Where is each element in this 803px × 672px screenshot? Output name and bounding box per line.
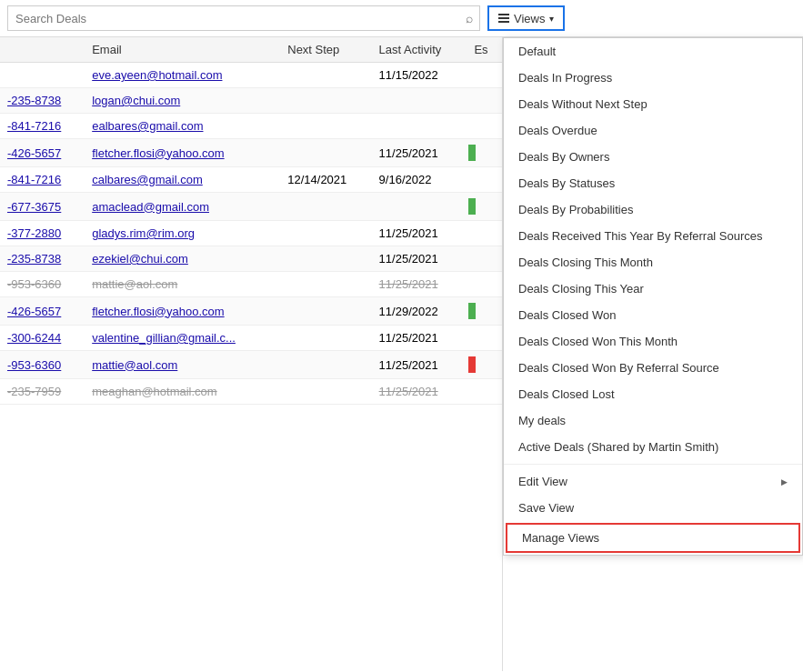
cell-email[interactable]: fletcher.flosi@yahoo.com <box>85 297 280 326</box>
lines-icon <box>498 14 509 23</box>
dropdown-item-label: Deals Closing This Year <box>518 282 644 296</box>
dropdown-item-label: Deals By Probabilities <box>518 203 633 216</box>
cell-email: mattie@aol.com <box>85 272 280 297</box>
dropdown-item-label: Deals In Progress <box>518 71 612 85</box>
table-row: -235-8738logan@chui.com <box>0 88 502 114</box>
cell-phone[interactable]: -953-6360 <box>0 351 85 379</box>
dropdown-item[interactable]: Deals Closed Lost <box>504 381 802 407</box>
cell-last-activity: 11/25/2021 <box>372 139 467 167</box>
dropdown-item[interactable]: Save View <box>504 495 802 521</box>
table-row: -377-2880gladys.rim@rim.org11/25/2021 <box>0 221 502 246</box>
views-button-label: Views <box>514 12 545 25</box>
cell-bar <box>467 351 502 379</box>
dropdown-item[interactable]: Active Deals (Shared by Martin Smith) <box>504 434 802 460</box>
cell-email[interactable]: gladys.rim@rim.org <box>85 221 280 246</box>
col-es: Es <box>467 37 502 63</box>
cell-bar <box>467 221 502 246</box>
cell-phone[interactable]: -235-8738 <box>0 88 85 114</box>
dropdown-item[interactable]: Deals Closed Won By Referral Source <box>504 355 802 381</box>
dropdown-item-label: Deals Closed Won <box>518 308 616 322</box>
cell-last-activity: 11/29/2022 <box>372 297 467 326</box>
cell-last-activity <box>372 114 467 139</box>
col-email: Email <box>85 37 280 63</box>
dropdown-item[interactable]: Deals Without Next Step <box>504 91 802 117</box>
dropdown-item[interactable]: Deals By Probabilities <box>504 196 802 223</box>
cell-phone[interactable]: -841-7216 <box>0 114 85 139</box>
table-row: -953-6360mattie@aol.com11/25/2021 <box>0 272 502 297</box>
cell-next-step <box>280 88 371 114</box>
cell-phone: -953-6360 <box>0 272 85 297</box>
dropdown-item-label: Deals By Statuses <box>518 176 615 190</box>
cell-email[interactable]: logan@chui.com <box>85 88 280 114</box>
cell-email[interactable]: amaclead@gmail.com <box>85 193 280 221</box>
dropdown-item[interactable]: Edit View▶ <box>504 468 802 495</box>
dropdown-item[interactable]: Deals Received This Year By Referral Sou… <box>504 223 802 249</box>
dropdown-item-label: My deals <box>518 414 566 427</box>
green-bar <box>468 145 476 161</box>
dropdown-item-label: Default <box>518 45 556 58</box>
cell-next-step <box>280 379 371 405</box>
cell-next-step <box>280 221 371 246</box>
cell-last-activity: 11/25/2021 <box>372 221 467 246</box>
cell-phone[interactable]: -426-5657 <box>0 139 85 167</box>
cell-last-activity: 11/25/2021 <box>372 272 467 297</box>
cell-bar <box>467 193 502 221</box>
cell-email[interactable]: ealbares@gmail.com <box>85 114 280 139</box>
dropdown-item-label: Deals Closed Won This Month <box>518 335 678 348</box>
dropdown-item-label: Deals Closed Lost <box>518 387 615 401</box>
dropdown-item[interactable]: My deals <box>504 407 802 434</box>
dropdown-item-label: Active Deals (Shared by Martin Smith) <box>518 440 718 454</box>
cell-email[interactable]: eve.ayeen@hotmail.com <box>85 63 280 88</box>
green-bar <box>468 198 476 215</box>
cell-bar <box>467 379 502 405</box>
table-row: -953-6360mattie@aol.com11/25/2021 <box>0 351 502 379</box>
dropdown-item[interactable]: Deals In Progress <box>504 65 802 91</box>
table-row: -426-5657fletcher.flosi@yahoo.com11/25/2… <box>0 139 502 167</box>
dropdown-item[interactable]: Deals Closed Won This Month <box>504 328 802 355</box>
col-last-activity: Last Activity <box>372 37 467 63</box>
views-button[interactable]: Views ▾ <box>487 5 565 31</box>
cell-bar <box>467 246 502 272</box>
dropdown-item[interactable]: Deals By Statuses <box>504 170 802 196</box>
dropdown-item-label: Deals By Owners <box>518 150 609 164</box>
cell-next-step <box>280 272 371 297</box>
chevron-down-icon: ▾ <box>549 14 554 24</box>
cell-next-step <box>280 139 371 167</box>
table-row: -235-8738ezekiel@chui.com11/25/2021 <box>0 246 502 272</box>
cell-phone: -235-7959 <box>0 379 85 405</box>
cell-next-step <box>280 193 371 221</box>
dropdown-item-label: Deals Received This Year By Referral Sou… <box>518 229 763 243</box>
cell-next-step: 12/14/2021 <box>280 167 371 193</box>
dropdown-item[interactable]: Deals Overdue <box>504 117 802 144</box>
dropdown-item[interactable]: Deals Closing This Month <box>504 249 802 276</box>
cell-email[interactable]: calbares@gmail.com <box>85 167 280 193</box>
cell-phone[interactable] <box>0 63 85 88</box>
cell-last-activity: 11/25/2021 <box>372 246 467 272</box>
dropdown-item[interactable]: Manage Views <box>506 523 800 553</box>
cell-phone[interactable]: -300-6244 <box>0 326 85 351</box>
cell-bar <box>467 139 502 167</box>
cell-phone[interactable]: -426-5657 <box>0 297 85 326</box>
cell-phone[interactable]: -377-2880 <box>0 221 85 246</box>
cell-phone[interactable]: -235-8738 <box>0 246 85 272</box>
cell-next-step <box>280 114 371 139</box>
cell-phone[interactable]: -841-7216 <box>0 167 85 193</box>
table-row: -841-7216ealbares@gmail.com <box>0 114 502 139</box>
search-input[interactable] <box>7 5 480 31</box>
green-bar <box>468 303 476 319</box>
cell-email[interactable]: fletcher.flosi@yahoo.com <box>85 139 280 167</box>
dropdown-item[interactable]: Deals Closed Won <box>504 302 802 328</box>
dropdown-item[interactable]: Deals By Owners <box>504 144 802 170</box>
dropdown-item[interactable]: Default <box>504 38 802 65</box>
cell-bar <box>467 297 502 326</box>
cell-last-activity: 9/16/2022 <box>372 167 467 193</box>
cell-email[interactable]: ezekiel@chui.com <box>85 246 280 272</box>
table-row: -677-3675amaclead@gmail.com <box>0 193 502 221</box>
cell-next-step <box>280 63 371 88</box>
cell-email[interactable]: mattie@aol.com <box>85 351 280 379</box>
cell-last-activity: 11/25/2021 <box>372 351 467 379</box>
dropdown-item[interactable]: Deals Closing This Year <box>504 276 802 302</box>
views-dropdown: DefaultDeals In ProgressDeals Without Ne… <box>503 37 803 556</box>
cell-phone[interactable]: -677-3675 <box>0 193 85 221</box>
cell-email[interactable]: valentine_gillian@gmail.c... <box>85 326 280 351</box>
